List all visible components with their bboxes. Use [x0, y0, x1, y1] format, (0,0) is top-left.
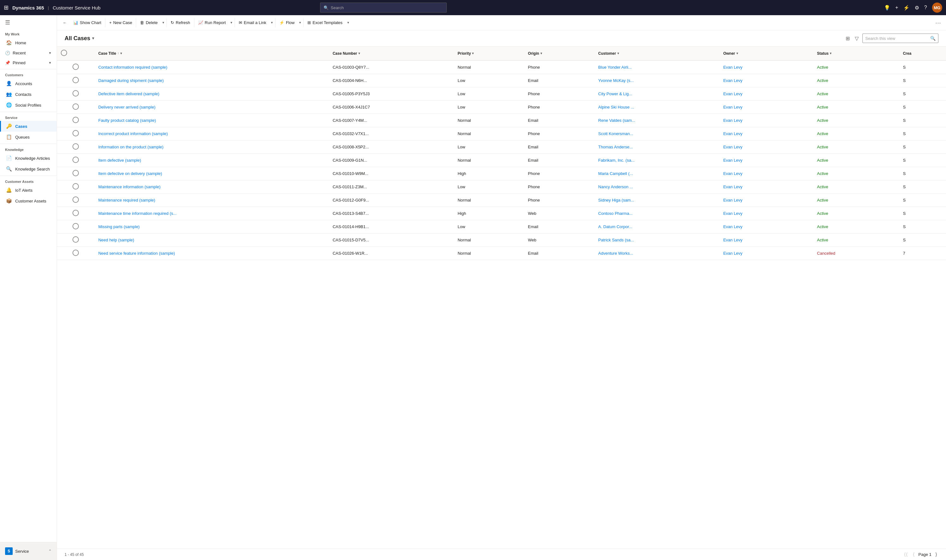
- owner-link[interactable]: Evan Levy: [723, 145, 743, 149]
- global-search-box[interactable]: 🔍: [320, 3, 447, 13]
- row-checkbox-cell[interactable]: [57, 167, 94, 180]
- sidebar-item-knowledge-search[interactable]: 🔍 Knowledge Search: [0, 163, 57, 174]
- case-title-link[interactable]: Missing parts (sample): [98, 224, 140, 229]
- customer-column-header[interactable]: Customer ▾: [595, 46, 720, 60]
- customer-link[interactable]: Fabrikam, Inc. (sa...: [598, 158, 635, 163]
- row-checkbox[interactable]: [72, 236, 79, 243]
- first-page-button[interactable]: ⟨⟨: [903, 551, 909, 558]
- row-checkbox-cell[interactable]: [57, 127, 94, 140]
- sidebar-item-cases[interactable]: 🔑 Cases: [0, 121, 57, 132]
- user-avatar[interactable]: MG: [932, 3, 942, 13]
- customer-link[interactable]: Blue Yonder Airli...: [598, 65, 632, 69]
- row-checkbox-cell[interactable]: [57, 180, 94, 194]
- owner-link[interactable]: Evan Levy: [723, 171, 743, 176]
- app-grid-icon[interactable]: ⊞: [4, 4, 9, 11]
- row-checkbox[interactable]: [72, 223, 79, 229]
- case-title-link[interactable]: Incorrect product information (sample): [98, 131, 168, 136]
- row-checkbox[interactable]: [72, 130, 79, 136]
- show-chart-button[interactable]: 📊 Show Chart: [70, 18, 105, 27]
- owner-link[interactable]: Evan Levy: [723, 251, 743, 255]
- owner-link[interactable]: Evan Levy: [723, 131, 743, 136]
- customer-link[interactable]: Scott Konersman...: [598, 131, 633, 136]
- row-checkbox-cell[interactable]: [57, 194, 94, 207]
- customer-link[interactable]: Yvonne McKay (s...: [598, 78, 634, 83]
- sidebar-item-accounts[interactable]: 👤 Accounts: [0, 78, 57, 89]
- row-checkbox[interactable]: [72, 197, 79, 203]
- excel-chevron-button[interactable]: ▾: [346, 18, 351, 26]
- view-search-box[interactable]: 🔍: [863, 34, 938, 43]
- case-title-link[interactable]: Delivery never arrived (sample): [98, 105, 156, 109]
- delete-chevron-button[interactable]: ▾: [161, 18, 166, 26]
- prev-page-button[interactable]: ⟨: [912, 551, 916, 558]
- select-all-checkbox[interactable]: [61, 50, 67, 56]
- owner-link[interactable]: Evan Levy: [723, 158, 743, 163]
- customer-link[interactable]: Alpine Ski House ...: [598, 105, 634, 109]
- run-report-chevron-button[interactable]: ▾: [229, 18, 234, 26]
- refresh-button[interactable]: ↻ Refresh: [168, 18, 193, 27]
- owner-link[interactable]: Evan Levy: [723, 91, 743, 96]
- owner-link[interactable]: Evan Levy: [723, 224, 743, 229]
- case-title-link[interactable]: Maintenance required (sample): [98, 198, 155, 203]
- case-title-link[interactable]: Faulty product catalog (sample): [98, 118, 156, 123]
- customer-link[interactable]: Patrick Sands (sa...: [598, 238, 634, 242]
- customer-link[interactable]: Adventure Works...: [598, 251, 633, 255]
- customer-link[interactable]: Rene Valdes (sam...: [598, 118, 635, 123]
- case-title-link[interactable]: Defective item delivered (sample): [98, 91, 159, 96]
- row-checkbox-cell[interactable]: [57, 114, 94, 127]
- customer-link[interactable]: Sidney Higa (sam...: [598, 198, 634, 203]
- row-checkbox[interactable]: [72, 157, 79, 163]
- flow-chevron-button[interactable]: ▾: [297, 18, 303, 26]
- owner-link[interactable]: Evan Levy: [723, 105, 743, 109]
- filter-view-button[interactable]: ▽: [854, 34, 860, 43]
- new-case-button[interactable]: + New Case: [106, 18, 136, 27]
- sidebar-toggle-button[interactable]: ☰: [0, 15, 57, 30]
- sidebar-item-pinned[interactable]: 📌 Pinned ▼: [0, 58, 57, 68]
- email-link-chevron-button[interactable]: ▾: [270, 18, 274, 26]
- customer-link[interactable]: Thomas Anderse...: [598, 145, 633, 149]
- sidebar-item-home[interactable]: 🏠 Home: [0, 37, 57, 48]
- sidebar-item-iot-alerts[interactable]: 🔔 IoT Alerts: [0, 185, 57, 195]
- run-report-button[interactable]: 📈 Run Report: [195, 18, 229, 27]
- layout-toggle-button[interactable]: ⊞: [844, 34, 851, 43]
- row-checkbox-cell[interactable]: [57, 234, 94, 247]
- owner-link[interactable]: Evan Levy: [723, 198, 743, 203]
- add-icon[interactable]: +: [895, 5, 898, 11]
- view-title-chevron-icon[interactable]: ▾: [92, 36, 94, 40]
- row-checkbox-cell[interactable]: [57, 140, 94, 154]
- row-checkbox[interactable]: [72, 117, 79, 123]
- customer-link[interactable]: Contoso Pharma...: [598, 211, 633, 216]
- row-checkbox[interactable]: [72, 183, 79, 189]
- sidebar-item-customer-assets[interactable]: 📦 Customer Assets: [0, 195, 57, 206]
- owner-link[interactable]: Evan Levy: [723, 78, 743, 83]
- case-title-link[interactable]: Need help (sample): [98, 238, 134, 242]
- row-checkbox[interactable]: [72, 143, 79, 150]
- status-column-header[interactable]: Status ▾: [813, 46, 899, 60]
- row-checkbox-cell[interactable]: [57, 74, 94, 87]
- owner-link[interactable]: Evan Levy: [723, 65, 743, 69]
- row-checkbox-cell[interactable]: [57, 247, 94, 260]
- case-title-column-header[interactable]: Case Title ↑ ▾: [94, 46, 329, 60]
- customer-link[interactable]: Maria Campbell (...: [598, 171, 633, 176]
- customer-link[interactable]: City Power & Lig...: [598, 91, 632, 96]
- row-checkbox-cell[interactable]: [57, 154, 94, 167]
- customer-link[interactable]: A. Datum Corpor...: [598, 224, 633, 229]
- case-title-link[interactable]: Damaged during shipment (sample): [98, 78, 164, 83]
- owner-link[interactable]: Evan Levy: [723, 118, 743, 123]
- excel-templates-button[interactable]: ⊞ Excel Templates: [304, 18, 345, 27]
- row-checkbox[interactable]: [72, 170, 79, 176]
- case-title-link[interactable]: Information on the product (sample): [98, 145, 163, 149]
- filter-icon[interactable]: ⚡: [903, 5, 910, 11]
- customer-link[interactable]: Nancy Anderson ...: [598, 185, 633, 189]
- row-checkbox[interactable]: [72, 90, 79, 97]
- sidebar-bottom-service[interactable]: S Service ⌃: [0, 545, 57, 557]
- case-title-link[interactable]: Item defective (sample): [98, 158, 141, 163]
- owner-link[interactable]: Evan Levy: [723, 211, 743, 216]
- row-checkbox-cell[interactable]: [57, 220, 94, 234]
- owner-link[interactable]: Evan Levy: [723, 185, 743, 189]
- owner-link[interactable]: Evan Levy: [723, 238, 743, 242]
- sidebar-item-queues[interactable]: 📋 Queues: [0, 132, 57, 142]
- case-title-link[interactable]: Contact information required (sample): [98, 65, 167, 69]
- more-commands-button[interactable]: ⋯: [933, 17, 943, 28]
- row-checkbox[interactable]: [72, 250, 79, 256]
- created-column-header[interactable]: Crea: [899, 46, 946, 60]
